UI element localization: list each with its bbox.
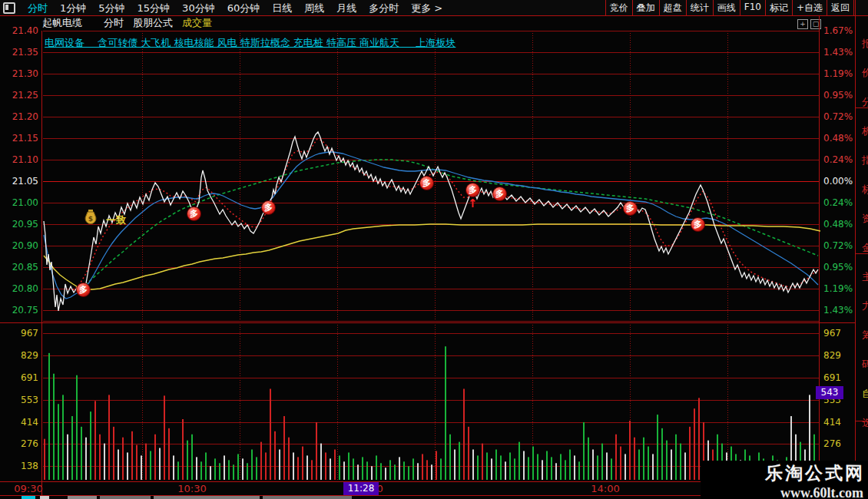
buy-signal-ball: 多 bbox=[691, 217, 705, 232]
right-strip-item[interactable]: 选 bbox=[862, 416, 868, 430]
statusbar-fragment bbox=[22, 496, 35, 499]
svg-text:$: $ bbox=[88, 215, 93, 223]
buy-signal-ball: 多 bbox=[492, 187, 507, 201]
right-strip-item[interactable]: 自 bbox=[862, 387, 868, 401]
intraday-chart[interactable] bbox=[0, 0, 868, 499]
right-strip-item[interactable]: 资 bbox=[862, 212, 868, 226]
trading-app-window: 分时1分钟5分钟15分钟30分钟60分钟日线周线月线多分时更多 > 竞价叠加超盘… bbox=[0, 0, 868, 499]
signal-text: 一致 bbox=[106, 213, 126, 227]
right-strip-item[interactable]: 价 bbox=[862, 66, 868, 80]
statusbar-fragment bbox=[100, 496, 151, 499]
right-strip-item[interactable]: 主 bbox=[862, 270, 868, 284]
buy-signal-ball: 多 bbox=[76, 283, 91, 297]
statusbar-fragment bbox=[154, 496, 260, 499]
watermark: 乐淘公式网 www.60lt.com bbox=[701, 461, 868, 499]
right-strip-divider bbox=[856, 253, 868, 254]
statusbar-fragment bbox=[68, 496, 97, 499]
right-strip-item[interactable]: 码 bbox=[862, 358, 868, 372]
right-strip-item[interactable]: 筹 bbox=[862, 329, 868, 342]
up-arrow-marker: ↑ bbox=[468, 199, 478, 208]
crosshair-time-badge: 11:28 bbox=[343, 482, 379, 495]
right-strip-item[interactable]: 指 bbox=[862, 154, 868, 167]
right-sidebar-strip[interactable]: 报价分析指标资金主力筹码自选 bbox=[855, 15, 868, 461]
buy-signal-ball: 多 bbox=[187, 207, 201, 221]
crosshair-volume-badge: 543 bbox=[816, 386, 843, 399]
buy-signal-ball: 多 bbox=[261, 200, 276, 215]
buy-signal-ball: 多 bbox=[623, 201, 638, 216]
statusbar-fragment bbox=[263, 496, 352, 499]
buy-signal-ball: 多 bbox=[419, 176, 434, 190]
moneybag-icon: $ bbox=[83, 209, 98, 226]
watermark-url: www.60lt.com bbox=[701, 485, 863, 499]
statusbar-fragment bbox=[40, 496, 49, 499]
right-strip-item[interactable]: 力 bbox=[862, 299, 868, 313]
right-strip-divider bbox=[856, 107, 868, 108]
watermark-site-name: 乐淘公式网 bbox=[701, 461, 865, 485]
sector-links[interactable]: 电网设备 含可转债 大飞机 核电核能 风电 特斯拉概念 充电桩 特高压 商业航天… bbox=[45, 36, 456, 50]
buy-signal-ball: 多 bbox=[465, 183, 480, 197]
right-strip-item[interactable]: 报 bbox=[862, 37, 868, 51]
right-strip-item[interactable]: 析 bbox=[862, 124, 868, 138]
right-strip-divider bbox=[856, 421, 868, 421]
right-strip-item[interactable]: 标 bbox=[862, 183, 868, 197]
